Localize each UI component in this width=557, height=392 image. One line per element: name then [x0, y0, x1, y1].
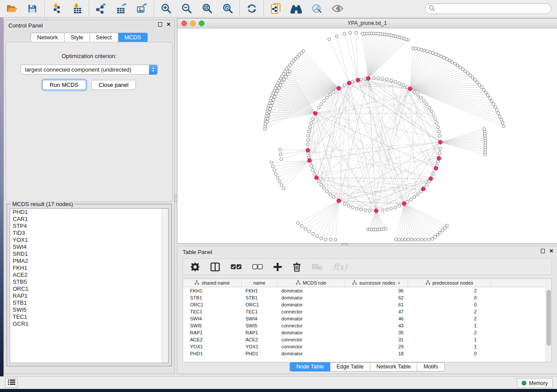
search-input[interactable]	[435, 6, 547, 12]
table-toolbar: f(x)	[183, 258, 552, 275]
close-panel-icon[interactable]: ✕	[166, 22, 171, 27]
zoom-selected-icon[interactable]	[221, 3, 234, 15]
zoom-fit-icon[interactable]	[201, 3, 213, 15]
show-all-icon[interactable]	[331, 3, 343, 15]
column-header-shared-name[interactable]: shared name	[183, 279, 242, 287]
tab-motifs[interactable]: Motifs	[417, 362, 444, 371]
hide-selected-icon[interactable]	[311, 3, 323, 15]
export-image-icon[interactable]	[136, 3, 148, 15]
mcds-result-item[interactable]: STB1	[10, 299, 168, 306]
column-header-successor-nodes[interactable]: successor nodes∨	[345, 279, 408, 287]
tab-network-table[interactable]: Network Table	[370, 362, 418, 371]
window-minimize-icon[interactable]	[190, 21, 196, 26]
cell-shared_name: TEC1	[183, 308, 242, 315]
table-row[interactable]: YOX1YOX1connector291	[183, 343, 551, 350]
mcds-result-item[interactable]: SWI4	[10, 244, 168, 251]
cell-shared_name: SWI5	[183, 322, 242, 329]
zoom-in-icon[interactable]	[160, 3, 172, 15]
export-table-icon[interactable]	[115, 3, 128, 15]
cell-mcds_role: dominator	[277, 294, 345, 301]
window-close-icon[interactable]	[181, 21, 187, 26]
optimization-criterion-select[interactable]: largest connected component (undirected)…	[21, 65, 158, 75]
tab-style[interactable]: Style	[65, 33, 90, 42]
network-window-titlebar[interactable]: YPA_prune.txt_1	[177, 19, 557, 28]
table-scrollbar[interactable]	[546, 279, 551, 362]
column-header-MCDS-role[interactable]: MCDS role	[277, 279, 345, 287]
open-file-icon[interactable]	[6, 3, 18, 15]
mcds-result-item[interactable]: STP4	[10, 223, 168, 230]
cell-name: TEC1	[242, 308, 277, 315]
table-scrollbar-thumb[interactable]	[547, 290, 551, 346]
optimization-criterion-label: Optimization criterion:	[6, 53, 172, 59]
mcds-result-item[interactable]: SRD1	[10, 251, 168, 258]
mcds-result-item[interactable]: TID3	[10, 230, 168, 237]
table-row[interactable]: STB1STB1dominator620	[183, 294, 551, 301]
window-maximize-icon[interactable]	[199, 21, 204, 26]
zoom-out-icon[interactable]	[180, 3, 193, 15]
table-row[interactable]: ORC1ORC1dominator610	[183, 301, 551, 308]
mcds-result-item[interactable]: FKH1	[10, 265, 168, 272]
export-network-icon[interactable]	[95, 3, 107, 15]
float-panel-icon[interactable]	[158, 22, 162, 27]
mcds-result-item[interactable]: SWI5	[10, 306, 168, 313]
select-all-icon[interactable]	[230, 264, 242, 270]
import-network-icon[interactable]	[50, 3, 62, 15]
column-header-predecessor-nodes[interactable]: predecessor nodes	[408, 279, 491, 287]
table-row[interactable]: PHD1PHD1dominator180	[183, 350, 551, 357]
close-table-panel-icon[interactable]: ✕	[549, 249, 554, 253]
mcds-result-item[interactable]: PHD1	[10, 209, 168, 216]
show-columns-icon[interactable]	[210, 262, 220, 272]
table-panel-title: Table Panel	[183, 249, 212, 255]
mcds-result-item[interactable]: YOX1	[10, 237, 168, 244]
sort-chevron-icon: ∨	[398, 281, 401, 285]
save-session-icon[interactable]	[26, 3, 38, 15]
tab-mcds[interactable]: MCDS	[118, 33, 148, 42]
memory-button[interactable]: Memory	[517, 378, 553, 388]
mcds-result-item[interactable]: TEC1	[10, 313, 168, 320]
cell-successor_nodes: 47	[345, 308, 408, 315]
refresh-icon[interactable]	[246, 3, 258, 15]
mcds-result-item[interactable]: ACE2	[10, 272, 168, 279]
cell-successor_nodes: 62	[345, 294, 408, 301]
table-row[interactable]: TEC1TEC1connector472	[183, 308, 551, 315]
mcds-result-item[interactable]: RAP1	[10, 292, 168, 299]
mcds-result-item[interactable]: STB5	[10, 279, 168, 285]
column-header-name[interactable]: name	[242, 279, 277, 287]
tab-edge-table[interactable]: Edge Table	[330, 362, 370, 371]
column-tree-icon	[352, 280, 357, 286]
mcds-result-list: PHD1CAR1STP4TID3YOX1SWI4SRD1PMA2FKH1ACE2…	[10, 208, 169, 363]
table-panel-tabs: Node TableEdge TableNetwork TableMotifs	[177, 362, 557, 371]
mcds-result-item[interactable]: ORC1	[10, 285, 168, 292]
run-mcds-button[interactable]: Run MCDS	[42, 80, 86, 90]
main-toolbar	[0, 0, 557, 17]
task-history-button[interactable]	[5, 378, 17, 388]
column-tree-icon	[296, 280, 301, 286]
network-view-window: YPA_prune.txt_1	[177, 18, 557, 244]
tab-select[interactable]: Select	[90, 33, 118, 42]
mcds-result-item[interactable]: GCR1	[10, 320, 168, 327]
create-column-icon[interactable]	[273, 262, 282, 272]
table-row[interactable]: SWI4SWI4dominator462	[183, 315, 551, 322]
cell-mcds_role: connector	[277, 336, 345, 343]
delete-column-icon[interactable]	[292, 262, 301, 272]
binoculars-icon[interactable]	[290, 3, 302, 15]
network-graph-canvas[interactable]	[177, 28, 557, 243]
tab-network[interactable]: Network	[31, 33, 65, 42]
tab-node-table[interactable]: Node Table	[290, 362, 330, 371]
table-mode-icon[interactable]	[190, 262, 200, 272]
mcds-result-item[interactable]: CAR1	[10, 216, 168, 223]
table-row[interactable]: ACE2ACE2connector311	[183, 336, 551, 343]
table-row[interactable]: SWI5SWI5connector431	[183, 322, 551, 329]
clear-selection-icon[interactable]	[252, 264, 263, 270]
import-table-icon[interactable]	[71, 3, 83, 15]
cell-successor_nodes: 35	[345, 329, 408, 336]
mcds-result-item[interactable]: PMA2	[10, 258, 168, 265]
clone-network-icon[interactable]	[270, 3, 282, 15]
close-panel-button[interactable]: Close panel	[91, 80, 136, 90]
float-table-panel-icon[interactable]	[541, 249, 545, 253]
table-row[interactable]: RAP1RAP1dominator352	[183, 329, 551, 336]
table-header-row: shared namenameMCDS rolesuccessor nodes∨…	[183, 279, 551, 287]
table-row[interactable]: FKH1FKH1dominator962	[183, 287, 551, 294]
mcds-list-scrollbar[interactable]	[162, 209, 168, 363]
control-panel-tabs: NetworkStyleSelectMCDS	[4, 33, 174, 42]
